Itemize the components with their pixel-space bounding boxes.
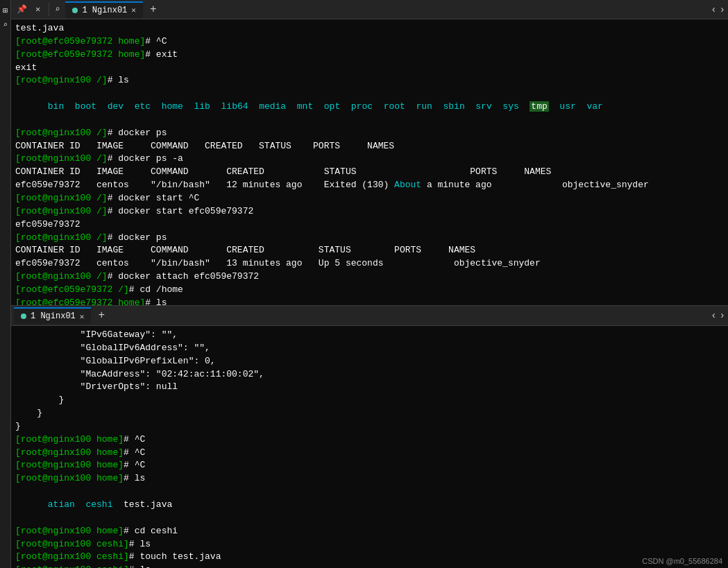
b-line-15: [root@nginx100 ceshi]# ls (15, 538, 724, 551)
b-line-1: "IPv6Gateway": "", (15, 329, 724, 342)
tab-close-icon[interactable]: ✕ (131, 6, 136, 15)
sidebar-pin-icon[interactable]: ⊞ (3, 6, 8, 16)
line-20: [root@efc059e79372 home]# ls (15, 297, 724, 305)
b-line-12: [root@nginx100 home]# ls (15, 472, 724, 485)
b-line-16: [root@nginx100 ceshi]# touch test.java (15, 551, 724, 564)
tab-nginx01[interactable]: 1 Nginx01 ✕ (65, 1, 142, 18)
tab-nginx01-bottom[interactable]: 1 Nginx01 ✕ (14, 307, 91, 324)
line-14: efc059e79372 (15, 218, 724, 232)
line-16-header: CONTAINER ID IMAGE COMMAND CREATED STATU… (15, 244, 724, 257)
search-icon[interactable]: ⌕ (52, 3, 62, 16)
tab-dot (72, 8, 78, 13)
b-line-8: } (15, 420, 724, 433)
tab-close-bottom-icon[interactable]: ✕ (80, 312, 85, 321)
tab-label-bottom: 1 Nginx01 (31, 311, 76, 321)
line-19: [root@efc059e79372 /]# cd /home (15, 284, 724, 297)
line-1: test.java (15, 22, 724, 35)
b-line-3: "GlobalIPv6PrefixLen": 0, (15, 355, 724, 368)
b-line-14: [root@nginx100 home]# cd ceshi (15, 525, 724, 538)
sidebar-search-icon[interactable]: ⌕ (3, 20, 8, 29)
pane-divider: 1 Nginx01 ✕ + ‹ › (11, 305, 728, 326)
pin-icon[interactable]: 📌 (14, 3, 30, 16)
line-17-row: efc059e79372 centos "/bin/bash" 13 minut… (15, 257, 724, 270)
tab-dot-bottom (21, 313, 26, 319)
line-6-ls: bin boot dev etc home lib lib64 media mn… (15, 87, 724, 127)
line-12: [root@nginx100 /]# docker start ^C (15, 192, 724, 205)
line-15: [root@nginx100 /]# docker ps (15, 232, 724, 245)
top-bar: 📌 ✕ ⌕ 1 Nginx01 ✕ + ‹ › (11, 0, 728, 19)
line-10-header: CONTAINER ID IMAGE COMMAND CREATED STATU… (15, 166, 724, 179)
b-line-17: [root@nginx100 ceshi]# ls (15, 564, 724, 568)
b-line-5: "DriverOpts": null (15, 381, 724, 394)
add-tab-bottom-button[interactable]: + (94, 309, 109, 322)
watermark: CSDN @m0_55686284 (642, 557, 722, 565)
b-line-9: [root@nginx100 home]# ^C (15, 433, 724, 447)
b-line-4: "MacAddress": "02:42:ac:11:00:02", (15, 368, 724, 381)
sidebar: ⊞ ⌕ (0, 0, 11, 568)
add-tab-button[interactable]: + (146, 3, 161, 16)
nav-arrows-bottom: ‹ › (711, 310, 725, 321)
terminal-top-pane: test.java [root@efc059e79372 home]# ^C [… (11, 19, 728, 305)
close-top-icon[interactable]: ✕ (33, 3, 43, 16)
b-line-13-ls: atian ceshi test.java (15, 485, 724, 525)
b-line-7: } (15, 407, 724, 420)
nav-left-bottom-icon[interactable]: ‹ (711, 310, 716, 321)
nav-right-icon[interactable]: › (720, 4, 725, 15)
b-line-2: "GlobalIPv6Address": "", (15, 342, 724, 355)
main-content: 📌 ✕ ⌕ 1 Nginx01 ✕ + ‹ › test.java [root@… (11, 0, 728, 568)
b-line-10: [root@nginx100 home]# ^C (15, 447, 724, 460)
nav-right-bottom-icon[interactable]: › (720, 310, 725, 321)
b-line-11: [root@nginx100 home]# ^C (15, 459, 724, 472)
terminal-bottom-pane: "IPv6Gateway": "", "GlobalIPv6Address": … (11, 326, 728, 568)
line-13: [root@nginx100 /]# docker start efc059e7… (15, 205, 724, 218)
line-11-row: efc059e79372 centos "/bin/bash" 12 minut… (15, 179, 724, 192)
line-9: [root@nginx100 /]# docker ps -a (15, 153, 724, 166)
b-line-6: } (15, 394, 724, 407)
line-18: [root@nginx100 /]# docker attach efc059e… (15, 270, 724, 284)
line-7: [root@nginx100 /]# docker ps (15, 127, 724, 140)
line-5: [root@nginx100 /]# ls (15, 74, 724, 87)
nav-left-icon[interactable]: ‹ (711, 4, 716, 15)
line-4: exit (15, 62, 724, 75)
tab-label: 1 Nginx01 (82, 6, 127, 15)
nav-arrows: ‹ › (711, 4, 725, 15)
line-2: [root@efc059e79372 home]# ^C (15, 35, 724, 49)
line-8-header: CONTAINER ID IMAGE COMMAND CREATED STATU… (15, 140, 724, 153)
line-3: [root@efc059e79372 home]# exit (15, 49, 724, 62)
top-bar-controls: 📌 ✕ (14, 3, 49, 16)
